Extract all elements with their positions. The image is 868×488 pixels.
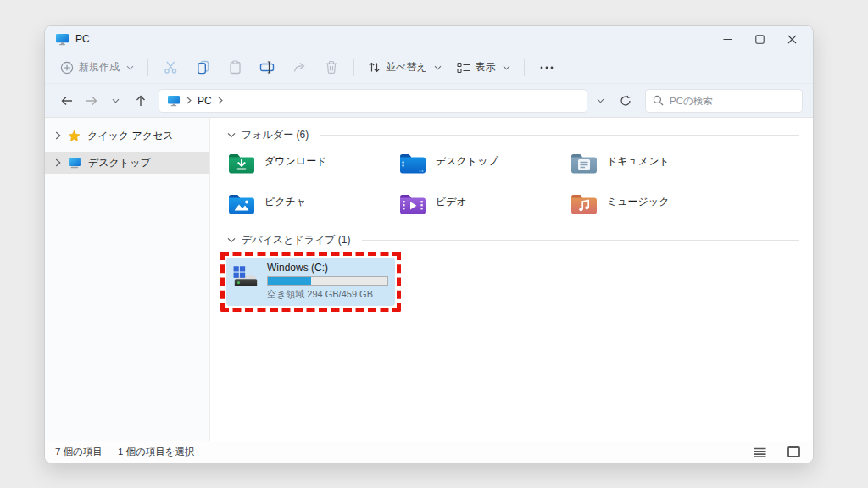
capacity-bar-fill — [268, 277, 311, 285]
breadcrumb-separator-icon — [186, 97, 192, 104]
address-bar-row: PC — [45, 84, 813, 118]
rename-icon — [259, 60, 275, 75]
breadcrumb-separator-icon[interactable] — [218, 97, 223, 104]
star-icon — [68, 130, 81, 142]
chevron-down-icon — [126, 65, 134, 70]
search-input[interactable] — [670, 96, 780, 106]
close-button[interactable] — [776, 27, 808, 51]
search-icon — [653, 95, 664, 106]
forward-button[interactable] — [80, 89, 103, 113]
breadcrumb-item-pc[interactable]: PC — [198, 95, 212, 107]
window-chrome: PC 新規作成 — [45, 26, 813, 118]
maximize-button[interactable] — [743, 27, 776, 51]
chevron-down-icon[interactable] — [227, 132, 236, 138]
chevron-right-icon[interactable] — [55, 158, 61, 167]
new-button[interactable]: 新規作成 — [53, 56, 141, 79]
window-title: PC — [75, 33, 90, 45]
folder-name: ミュージック — [607, 195, 669, 209]
status-bar: 7 個の項目 1 個の項目を選択 — [45, 441, 813, 463]
up-button[interactable] — [129, 89, 152, 113]
devices-section-title: デバイスとドライブ (1) — [242, 233, 351, 247]
folder-name: ダウンロード — [264, 154, 326, 169]
view-button[interactable]: 表示 — [450, 56, 517, 79]
minimize-button[interactable] — [711, 27, 743, 51]
section-divider — [320, 135, 799, 136]
folder-tile-documents[interactable]: ドキュメント — [570, 152, 741, 180]
sidebar-item-label: クイック アクセス — [87, 129, 174, 143]
toolbar-divider — [353, 59, 354, 76]
pc-monitor-icon — [55, 33, 70, 46]
breadcrumb[interactable]: PC — [159, 89, 587, 113]
annotation-red-dashed-box: Windows (C:) 空き領域 294 GB/459 GB — [220, 252, 401, 312]
trash-icon — [325, 60, 338, 75]
folder-tile-music[interactable]: ミュージック — [570, 192, 741, 221]
delete-button[interactable] — [316, 55, 347, 80]
sidebar-item-desktop[interactable]: デスクトップ — [45, 152, 209, 174]
large-icons-view-icon — [787, 446, 800, 458]
folder-name: デスクトップ — [436, 154, 498, 169]
downloads-folder-icon — [227, 152, 256, 175]
desktop-monitor-icon — [68, 158, 81, 169]
devices-section-header[interactable]: デバイスとドライブ (1) — [220, 233, 799, 247]
chevron-down-icon — [503, 65, 510, 70]
scissors-icon — [164, 60, 178, 75]
folder-name: ビデオ — [436, 195, 467, 209]
system-drive-icon — [231, 262, 260, 292]
devices-section: デバイスとドライブ (1) — [227, 233, 799, 312]
folder-name: ピクチャ — [264, 195, 306, 209]
navigation-pane: クイック アクセス デスクトップ — [45, 118, 210, 441]
view-button-label: 表示 — [476, 60, 496, 75]
folders-section-title: フォルダー (6) — [242, 128, 309, 142]
selected-count: 1 個の項目を選択 — [118, 446, 195, 458]
folder-tile-pictures[interactable]: ピクチャ — [227, 192, 398, 221]
folder-tile-videos[interactable]: ビデオ — [398, 192, 570, 221]
explorer-window: PC 新規作成 — [44, 25, 814, 463]
pictures-folder-icon — [227, 192, 256, 216]
cut-button[interactable] — [155, 55, 186, 80]
drive-name: Windows (C:) — [267, 262, 388, 274]
capacity-bar — [267, 276, 388, 286]
pc-monitor-icon[interactable] — [167, 95, 181, 107]
toolbar-divider — [147, 59, 148, 76]
chevron-right-icon[interactable] — [55, 131, 61, 140]
more-options-button[interactable] — [531, 55, 562, 80]
command-bar: 新規作成 — [45, 52, 813, 84]
folders-grid: ダウンロード デスクトップ — [227, 152, 799, 221]
refresh-button[interactable] — [614, 89, 637, 113]
search-field-container[interactable] — [645, 89, 803, 113]
rename-button[interactable] — [252, 55, 282, 80]
chevron-down-icon[interactable] — [227, 237, 236, 243]
sidebar-item-quick-access[interactable]: クイック アクセス — [45, 125, 209, 147]
desktop-folder-icon — [398, 152, 427, 175]
chevron-down-icon — [434, 65, 442, 70]
folder-tile-downloads[interactable]: ダウンロード — [227, 152, 398, 180]
toolbar-divider — [524, 59, 525, 76]
file-list-pane: フォルダー (6) ダウンロード — [210, 118, 813, 441]
refresh-icon — [620, 95, 632, 107]
sidebar-item-label: デスクトップ — [88, 156, 151, 170]
arrow-up-icon — [134, 94, 147, 108]
back-button[interactable] — [55, 89, 78, 113]
chevron-down-icon — [597, 98, 604, 103]
chevron-down-icon — [112, 98, 120, 103]
videos-folder-icon — [398, 192, 427, 216]
recent-locations-button[interactable] — [104, 89, 127, 113]
section-divider — [362, 240, 799, 241]
large-icons-view-toggle[interactable] — [784, 444, 803, 461]
paste-button[interactable] — [220, 55, 250, 80]
folders-section-header[interactable]: フォルダー (6) — [220, 128, 799, 142]
drive-tile-windows-c[interactable]: Windows (C:) 空き領域 294 GB/459 GB — [226, 258, 395, 306]
arrow-right-icon — [85, 94, 98, 108]
folder-name: ドキュメント — [607, 154, 670, 169]
view-options-icon — [457, 62, 470, 74]
copy-button[interactable] — [187, 55, 218, 80]
folder-tile-desktop[interactable]: デスクトップ — [398, 152, 570, 180]
address-dropdown-button[interactable] — [589, 89, 612, 113]
share-button[interactable] — [284, 55, 314, 80]
details-view-icon — [754, 447, 766, 458]
sort-arrows-icon — [368, 61, 381, 74]
item-count: 7 個の項目 — [55, 446, 103, 458]
documents-folder-icon — [570, 152, 598, 175]
details-view-toggle[interactable] — [750, 444, 769, 461]
sort-button[interactable]: 並べ替え — [361, 56, 448, 79]
